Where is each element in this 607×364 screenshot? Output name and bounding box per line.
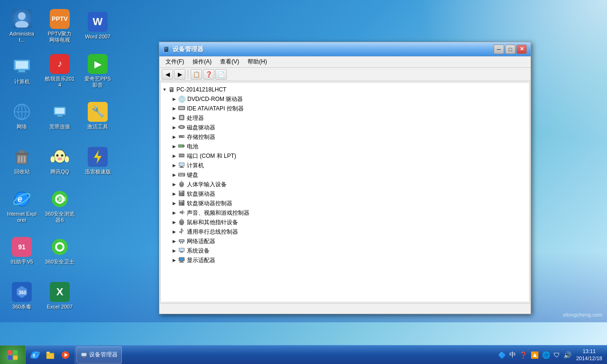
toolbar-view[interactable]: 📋: [191, 69, 202, 80]
tree-item-system[interactable]: ▶ 系统设备: [161, 246, 529, 255]
menu-file[interactable]: 文件(F): [162, 57, 188, 67]
icon-360browser[interactable]: 360 360安全浏览器6: [43, 185, 77, 228]
tree-item-dvd[interactable]: ▶ 💿 DVD/CD-ROM 驱动器: [161, 94, 529, 104]
dvd-toggle[interactable]: ▶: [170, 97, 178, 101]
icon-kuwo[interactable]: ♪ 酷我音乐2014: [43, 50, 77, 92]
icon-broadband[interactable]: 宽带连接: [43, 95, 77, 137]
tree-root[interactable]: ▼ 🖥 PC-20141218LHCT: [161, 85, 529, 94]
tree-item-floppy[interactable]: ▶ 软盘驱动器: [161, 189, 529, 199]
floppy-ctrl-toggle[interactable]: ▶: [170, 201, 178, 206]
floppy-icon: [178, 190, 185, 199]
cpu-icon: [178, 114, 185, 123]
svg-rect-72: [182, 203, 184, 205]
toolbar-back[interactable]: ◀: [162, 69, 173, 80]
taskbar-explorer-icon[interactable]: [43, 348, 57, 362]
kuwo-icon: ♪: [50, 54, 70, 74]
netadapter-toggle[interactable]: ▶: [170, 239, 178, 244]
tree-item-computer[interactable]: ▶ 计算机: [161, 161, 529, 170]
taskbar-ie-icon[interactable]: e: [28, 348, 42, 362]
menu-view[interactable]: 查看(V): [216, 57, 243, 67]
svg-rect-54: [179, 163, 184, 166]
icon-360guard[interactable]: 360安全卫士: [43, 230, 77, 273]
network-icon: [12, 102, 32, 122]
cpu-toggle[interactable]: ▶: [170, 116, 178, 120]
icon-network[interactable]: 网络: [5, 95, 39, 137]
icon-360kill[interactable]: 360 360杀毒: [5, 275, 39, 318]
com-toggle[interactable]: ▶: [170, 154, 178, 158]
tray-network-icon[interactable]: 🌐: [541, 350, 551, 360]
floppy-toggle[interactable]: ▶: [170, 191, 178, 196]
tree-item-hid[interactable]: ▶ 人体学输入设备: [161, 180, 529, 189]
tray-lang[interactable]: 中: [508, 350, 517, 360]
toolbar-forward[interactable]: ▶: [174, 69, 185, 80]
tree-item-com[interactable]: ▶ 端口 (COM 和 LPT): [161, 151, 529, 161]
tree-item-mouse[interactable]: ▶ 鼠标和其他指针设备: [161, 218, 529, 227]
icon-pptv[interactable]: PPTV PPTV聚力 网络电视: [43, 5, 77, 47]
system-toggle[interactable]: ▶: [170, 248, 178, 253]
netadapter-label: 网络适配器: [187, 237, 215, 246]
tree-item-audio[interactable]: ▶ 声音、视频和游戏控制器: [161, 208, 529, 218]
svg-point-24: [50, 156, 55, 163]
close-button[interactable]: ✕: [516, 45, 527, 54]
360guard-icon: [50, 237, 70, 257]
system-clock[interactable]: 13:11 2014/12/18: [574, 348, 605, 362]
tree-item-keyboard[interactable]: ▶ 键盘: [161, 170, 529, 180]
tray-icon-2[interactable]: ❓: [518, 350, 528, 360]
icon-admin[interactable]: Administrat...: [5, 5, 39, 47]
taskbar-device-manager-label: 设备管理器: [89, 351, 118, 359]
tree-item-storage[interactable]: ▶ 存储控制器: [161, 132, 529, 142]
usb-toggle[interactable]: ▶: [170, 229, 178, 234]
svg-rect-93: [8, 350, 12, 355]
window-content[interactable]: ▼ 🖥 PC-20141218LHCT ▶ 💿 DVD/CD-ROM 驱动器 ▶: [160, 82, 530, 302]
disk-toggle[interactable]: ▶: [170, 125, 178, 130]
tree-item-usb[interactable]: ▶ 通用串行总线控制器: [161, 227, 529, 237]
icon-91[interactable]: 91 91助手V5: [5, 230, 39, 273]
battery-toggle[interactable]: ▶: [170, 144, 178, 149]
computer-toggle[interactable]: ▶: [170, 163, 178, 168]
audio-toggle[interactable]: ▶: [170, 210, 178, 215]
start-button[interactable]: [0, 346, 26, 364]
svg-rect-48: [179, 145, 182, 147]
menu-help[interactable]: 帮助(H): [244, 57, 271, 67]
mouse-icon: [178, 218, 185, 227]
ide-toggle[interactable]: ▶: [170, 106, 178, 111]
tree-item-floppy-ctrl[interactable]: ▶ 软盘驱动器控制器: [161, 199, 529, 208]
display-toggle[interactable]: ▶: [170, 258, 178, 263]
toolbar-properties[interactable]: 📄: [215, 69, 227, 80]
icon-qq[interactable]: 腾讯QQ: [43, 140, 77, 182]
icon-ie[interactable]: e Internet Explorer: [5, 185, 39, 228]
mouse-toggle[interactable]: ▶: [170, 220, 178, 225]
menu-action[interactable]: 操作(A): [189, 57, 215, 67]
tree-item-ide[interactable]: ▶ IDE ATA/ATAPI 控制器: [161, 104, 529, 113]
tree-item-display[interactable]: ▶ 显示适配器: [161, 255, 529, 265]
icon-iqiyi[interactable]: ▶ 爱奇艺PPS影音: [81, 50, 115, 92]
icon-word[interactable]: W Word 2007: [81, 5, 115, 47]
icon-computer[interactable]: 计算机: [5, 50, 39, 92]
pptv-label: PPTV聚力 网络电视: [45, 31, 75, 43]
tree-item-disk[interactable]: ▶ 磁盘驱动器: [161, 123, 529, 132]
computer-label: 计算机: [14, 79, 30, 85]
tree-item-battery[interactable]: ▶ 电池: [161, 142, 529, 151]
keyboard-toggle[interactable]: ▶: [170, 173, 178, 177]
hid-toggle[interactable]: ▶: [170, 182, 178, 187]
taskbar-media-icon[interactable]: [58, 348, 73, 362]
icon-excel[interactable]: X Excel 2007: [43, 275, 77, 318]
tray-icon-3[interactable]: 🔼: [530, 350, 540, 360]
keyboard-label: 键盘: [187, 171, 198, 179]
toolbar-help[interactable]: ❓: [203, 69, 214, 80]
tray-audio-icon[interactable]: 🔊: [562, 350, 572, 360]
icon-recycle[interactable]: 回收站: [5, 140, 39, 182]
tree-item-netadapter[interactable]: ▶ 网络适配器: [161, 237, 529, 246]
tray-icon-1[interactable]: 🔷: [497, 350, 507, 360]
maximize-button[interactable]: □: [505, 45, 515, 54]
icon-activate[interactable]: 🔧 激活工具: [81, 95, 115, 137]
icon-thunder[interactable]: 迅雷极速版: [81, 140, 115, 182]
taskbar-device-manager[interactable]: 设备管理器: [76, 346, 122, 364]
svg-point-0: [18, 12, 26, 20]
tray-security-icon[interactable]: 🛡: [552, 350, 561, 360]
minimize-button[interactable]: ─: [494, 45, 504, 54]
storage-toggle[interactable]: ▶: [170, 135, 178, 139]
tree-item-cpu[interactable]: ▶ 处理器: [161, 113, 529, 123]
root-toggle[interactable]: ▼: [161, 87, 168, 92]
ie-icon: e: [12, 189, 32, 209]
